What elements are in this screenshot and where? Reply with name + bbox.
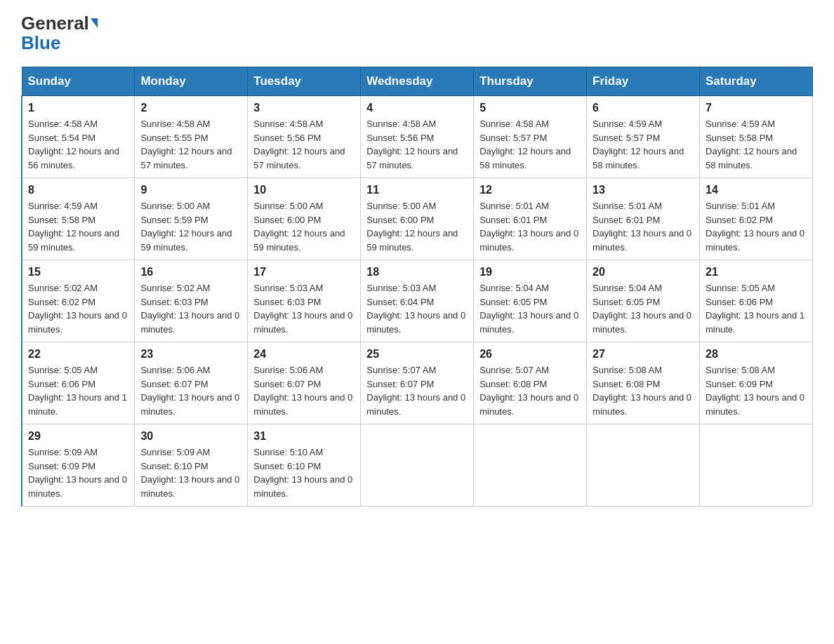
calendar-cell: 7 Sunrise: 4:59 AM Sunset: 5:58 PM Dayli… bbox=[700, 96, 813, 178]
day-info: Sunrise: 5:00 AM Sunset: 6:00 PM Dayligh… bbox=[253, 199, 355, 254]
calendar-table: SundayMondayTuesdayWednesdayThursdayFrid… bbox=[21, 67, 813, 507]
calendar-cell: 26 Sunrise: 5:07 AM Sunset: 6:08 PM Dayl… bbox=[474, 342, 587, 424]
day-number: 11 bbox=[366, 184, 468, 196]
day-info: Sunrise: 5:05 AM Sunset: 6:06 PM Dayligh… bbox=[28, 363, 128, 418]
day-number: 9 bbox=[140, 184, 241, 196]
day-number: 13 bbox=[593, 184, 694, 196]
day-info: Sunrise: 4:59 AM Sunset: 5:57 PM Dayligh… bbox=[593, 117, 694, 172]
day-info: Sunrise: 4:58 AM Sunset: 5:55 PM Dayligh… bbox=[140, 117, 241, 172]
day-info: Sunrise: 5:09 AM Sunset: 6:10 PM Dayligh… bbox=[140, 445, 241, 500]
col-header-thursday: Thursday bbox=[474, 67, 587, 96]
day-info: Sunrise: 4:58 AM Sunset: 5:56 PM Dayligh… bbox=[366, 117, 468, 172]
calendar-cell: 29 Sunrise: 5:09 AM Sunset: 6:09 PM Dayl… bbox=[22, 424, 135, 507]
day-info: Sunrise: 5:10 AM Sunset: 6:10 PM Dayligh… bbox=[253, 445, 355, 500]
day-number: 10 bbox=[253, 184, 355, 196]
calendar-cell: 31 Sunrise: 5:10 AM Sunset: 6:10 PM Dayl… bbox=[248, 424, 361, 507]
day-number: 28 bbox=[706, 348, 807, 361]
calendar-cell: 4 Sunrise: 4:58 AM Sunset: 5:56 PM Dayli… bbox=[361, 96, 474, 178]
day-number: 18 bbox=[366, 266, 468, 279]
calendar-cell: 3 Sunrise: 4:58 AM Sunset: 5:56 PM Dayli… bbox=[248, 96, 361, 178]
day-info: Sunrise: 5:09 AM Sunset: 6:09 PM Dayligh… bbox=[28, 445, 128, 500]
calendar-week-row: 1 Sunrise: 4:58 AM Sunset: 5:54 PM Dayli… bbox=[22, 96, 813, 178]
calendar-cell: 1 Sunrise: 4:58 AM Sunset: 5:54 PM Dayli… bbox=[22, 96, 135, 178]
day-number: 7 bbox=[706, 102, 807, 114]
day-info: Sunrise: 4:59 AM Sunset: 5:58 PM Dayligh… bbox=[706, 117, 807, 172]
day-number: 31 bbox=[253, 430, 355, 443]
col-header-saturday: Saturday bbox=[700, 67, 813, 96]
day-info: Sunrise: 5:03 AM Sunset: 6:03 PM Dayligh… bbox=[253, 281, 355, 336]
day-number: 14 bbox=[706, 184, 807, 196]
calendar-header-row: SundayMondayTuesdayWednesdayThursdayFrid… bbox=[22, 67, 813, 96]
day-info: Sunrise: 4:58 AM Sunset: 5:56 PM Dayligh… bbox=[253, 117, 355, 172]
day-info: Sunrise: 5:06 AM Sunset: 6:07 PM Dayligh… bbox=[253, 363, 355, 418]
calendar-cell: 28 Sunrise: 5:08 AM Sunset: 6:09 PM Dayl… bbox=[700, 342, 813, 424]
day-info: Sunrise: 5:00 AM Sunset: 6:00 PM Dayligh… bbox=[366, 199, 468, 254]
day-number: 1 bbox=[28, 102, 128, 114]
calendar-week-row: 8 Sunrise: 4:59 AM Sunset: 5:58 PM Dayli… bbox=[22, 178, 813, 260]
day-info: Sunrise: 5:08 AM Sunset: 6:08 PM Dayligh… bbox=[593, 363, 694, 418]
day-info: Sunrise: 5:06 AM Sunset: 6:07 PM Dayligh… bbox=[140, 363, 241, 418]
day-info: Sunrise: 5:08 AM Sunset: 6:09 PM Dayligh… bbox=[706, 363, 807, 418]
calendar-week-row: 29 Sunrise: 5:09 AM Sunset: 6:09 PM Dayl… bbox=[22, 424, 813, 507]
day-number: 20 bbox=[593, 266, 694, 279]
calendar-cell: 13 Sunrise: 5:01 AM Sunset: 6:01 PM Dayl… bbox=[587, 178, 700, 260]
calendar-cell: 9 Sunrise: 5:00 AM Sunset: 5:59 PM Dayli… bbox=[135, 178, 248, 260]
day-info: Sunrise: 5:03 AM Sunset: 6:04 PM Dayligh… bbox=[366, 281, 468, 336]
calendar-cell: 19 Sunrise: 5:04 AM Sunset: 6:05 PM Dayl… bbox=[474, 260, 587, 342]
day-info: Sunrise: 4:58 AM Sunset: 5:57 PM Dayligh… bbox=[479, 117, 581, 172]
day-number: 27 bbox=[593, 348, 694, 361]
day-info: Sunrise: 5:01 AM Sunset: 6:01 PM Dayligh… bbox=[479, 199, 581, 254]
calendar-cell: 6 Sunrise: 4:59 AM Sunset: 5:57 PM Dayli… bbox=[587, 96, 700, 178]
day-info: Sunrise: 5:05 AM Sunset: 6:06 PM Dayligh… bbox=[706, 281, 807, 336]
calendar-cell: 21 Sunrise: 5:05 AM Sunset: 6:06 PM Dayl… bbox=[700, 260, 813, 342]
calendar-cell: 11 Sunrise: 5:00 AM Sunset: 6:00 PM Dayl… bbox=[361, 178, 474, 260]
day-info: Sunrise: 4:58 AM Sunset: 5:54 PM Dayligh… bbox=[28, 117, 128, 172]
calendar-cell: 8 Sunrise: 4:59 AM Sunset: 5:58 PM Dayli… bbox=[22, 178, 135, 260]
day-info: Sunrise: 5:01 AM Sunset: 6:02 PM Dayligh… bbox=[706, 199, 807, 254]
logo-general: General bbox=[21, 14, 89, 32]
day-info: Sunrise: 5:04 AM Sunset: 6:05 PM Dayligh… bbox=[479, 281, 581, 336]
calendar-cell: 25 Sunrise: 5:07 AM Sunset: 6:07 PM Dayl… bbox=[361, 342, 474, 424]
calendar-cell: 27 Sunrise: 5:08 AM Sunset: 6:08 PM Dayl… bbox=[587, 342, 700, 424]
day-number: 24 bbox=[253, 348, 355, 361]
day-number: 8 bbox=[28, 184, 128, 196]
day-info: Sunrise: 5:01 AM Sunset: 6:01 PM Dayligh… bbox=[593, 199, 694, 254]
calendar-cell: 17 Sunrise: 5:03 AM Sunset: 6:03 PM Dayl… bbox=[248, 260, 361, 342]
day-info: Sunrise: 5:02 AM Sunset: 6:02 PM Dayligh… bbox=[28, 281, 128, 336]
calendar-cell: 22 Sunrise: 5:05 AM Sunset: 6:06 PM Dayl… bbox=[22, 342, 135, 424]
day-number: 17 bbox=[253, 266, 355, 279]
day-number: 6 bbox=[593, 102, 694, 114]
day-info: Sunrise: 4:59 AM Sunset: 5:58 PM Dayligh… bbox=[28, 199, 128, 254]
calendar-cell: 20 Sunrise: 5:04 AM Sunset: 6:05 PM Dayl… bbox=[587, 260, 700, 342]
calendar-week-row: 22 Sunrise: 5:05 AM Sunset: 6:06 PM Dayl… bbox=[22, 342, 813, 424]
day-number: 23 bbox=[140, 348, 241, 361]
day-info: Sunrise: 5:00 AM Sunset: 5:59 PM Dayligh… bbox=[140, 199, 241, 254]
day-number: 22 bbox=[28, 348, 128, 361]
day-info: Sunrise: 5:04 AM Sunset: 6:05 PM Dayligh… bbox=[593, 281, 694, 336]
day-number: 21 bbox=[706, 266, 807, 279]
day-number: 16 bbox=[140, 266, 241, 279]
day-info: Sunrise: 5:07 AM Sunset: 6:08 PM Dayligh… bbox=[479, 363, 581, 418]
calendar-cell: 2 Sunrise: 4:58 AM Sunset: 5:55 PM Dayli… bbox=[135, 96, 248, 178]
day-number: 5 bbox=[479, 102, 581, 114]
col-header-monday: Monday bbox=[135, 67, 248, 96]
logo: General Blue bbox=[21, 14, 98, 54]
calendar-cell: 12 Sunrise: 5:01 AM Sunset: 6:01 PM Dayl… bbox=[474, 178, 587, 260]
day-number: 3 bbox=[253, 102, 355, 114]
day-number: 25 bbox=[366, 348, 468, 361]
col-header-tuesday: Tuesday bbox=[248, 67, 361, 96]
calendar-cell bbox=[700, 424, 813, 507]
logo-blue: Blue bbox=[21, 32, 60, 54]
calendar-cell: 14 Sunrise: 5:01 AM Sunset: 6:02 PM Dayl… bbox=[700, 178, 813, 260]
day-number: 15 bbox=[28, 266, 128, 279]
calendar-week-row: 15 Sunrise: 5:02 AM Sunset: 6:02 PM Dayl… bbox=[22, 260, 813, 342]
day-number: 26 bbox=[479, 348, 581, 361]
col-header-wednesday: Wednesday bbox=[361, 67, 474, 96]
day-info: Sunrise: 5:02 AM Sunset: 6:03 PM Dayligh… bbox=[140, 281, 241, 336]
calendar-cell bbox=[361, 424, 474, 507]
calendar-cell bbox=[587, 424, 700, 507]
day-number: 19 bbox=[479, 266, 581, 279]
calendar-cell: 24 Sunrise: 5:06 AM Sunset: 6:07 PM Dayl… bbox=[248, 342, 361, 424]
calendar-cell: 10 Sunrise: 5:00 AM Sunset: 6:00 PM Dayl… bbox=[248, 178, 361, 260]
calendar-cell: 18 Sunrise: 5:03 AM Sunset: 6:04 PM Dayl… bbox=[361, 260, 474, 342]
